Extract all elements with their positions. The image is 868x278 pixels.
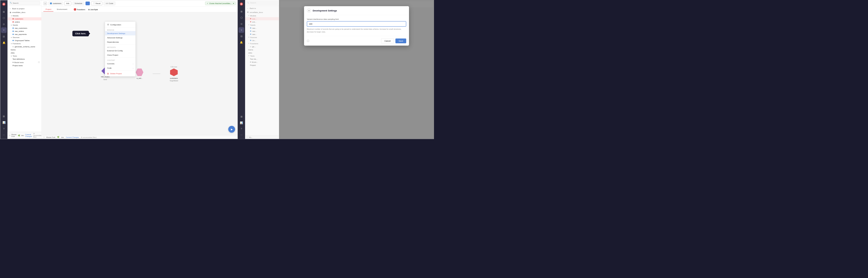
modal-body: Variant interference data sampling limit…	[304, 15, 409, 36]
generate-schema-item[interactable]: fx generate_schema_name	[8, 45, 42, 48]
target-shape	[170, 68, 178, 76]
info-tab[interactable]: Info	[64, 2, 71, 5]
right-help-icon[interactable]: ?	[239, 126, 244, 132]
test-definitions-item[interactable]: Test definitions	[8, 57, 42, 61]
seeds-group[interactable]: ▼ Seeds	[8, 24, 42, 27]
right-tag-icon[interactable]: ⬡	[239, 15, 244, 20]
dropdown-menu: ⚙ Configuration Manage Development Setti…	[105, 22, 136, 77]
canvas-area: raw_orders Seed e_ord... 0.3n runs custo…	[42, 12, 238, 135]
joinsplit-btn[interactable]: Join/Split	[90, 8, 97, 10]
external-git-item[interactable]: External Git Config	[105, 49, 135, 53]
aggregate-shape	[136, 68, 144, 76]
right-branch-icon[interactable]: ⑂	[239, 27, 244, 33]
models-group[interactable]: ▼ Models	[8, 14, 42, 17]
project-view-tab[interactable]: Project	[43, 7, 54, 11]
sidebar-grid-icon[interactable]: ⊞	[1, 9, 7, 15]
sidebar-table-icon[interactable]: ⊞	[1, 113, 7, 119]
right-chart-icon[interactable]: 📊	[239, 120, 244, 126]
sidebar-puzzle-icon[interactable]: ⊟	[1, 34, 7, 39]
ungrouped-tables-item[interactable]: Ungrouped Tables	[8, 39, 42, 42]
aggregate-node[interactable]: e_ord...	[136, 68, 144, 79]
transform-btn[interactable]: Transform	[77, 8, 85, 10]
content-label: Content	[105, 58, 135, 61]
left-panel: ⊞ ⬡ ⊙ ⑂ ⊟ 🔔 ⊞ 📊 ? ··· Back to project ❄ …	[0, 0, 238, 139]
sidebar-branch-icon[interactable]: ⑂	[1, 28, 7, 33]
schedule-tab[interactable]: Schedule	[72, 2, 84, 5]
right-grid-icon[interactable]: ⊞	[239, 9, 244, 14]
model-tests-group[interactable]: ▶ Model tests ⓘ	[8, 61, 42, 64]
search-bar	[8, 0, 42, 6]
metadata-label: Metadata	[105, 46, 135, 49]
customers-item[interactable]: customers	[8, 17, 42, 20]
svg-point-2	[3, 4, 4, 5]
code-item[interactable]: Code ›	[105, 66, 135, 70]
left-sidebar: ⊞ ⬡ ⊙ ⑂ ⊟ 🔔 ⊞ 📊 ? ···	[0, 0, 8, 139]
commit-changes-btn[interactable]: Commit Changes	[66, 136, 79, 138]
delete-project-item[interactable]: 🗑 Delete Project	[105, 72, 135, 76]
environment-view-tab[interactable]: Environment	[55, 7, 69, 11]
project-tests-item[interactable]: Project tests	[8, 64, 42, 67]
tree-content: Back to project ❄ snowflake_docs ▼ Model…	[8, 6, 42, 132]
sidebar-clock-icon[interactable]: ⊙	[1, 21, 7, 27]
right-panel: ⊞ ⬡ ⊙ ⑂ ⊟ 🔔 ⊞ 📊 ? ··· Back to ❄ snowflak…	[238, 0, 434, 139]
right-more-icon[interactable]: ···	[239, 132, 244, 138]
raw-customers-item[interactable]: raw_customers	[8, 27, 42, 30]
code-tab[interactable]: </> Code	[104, 2, 116, 5]
cancel-button[interactable]: Cancel	[381, 38, 394, 44]
top-bar: ‹‹ customers Info Schedule ··· ♡ Visual …	[42, 0, 238, 7]
modal-close-btn[interactable]: ×	[307, 8, 311, 13]
right-logo-icon	[239, 1, 244, 7]
run-button[interactable]: ▶	[228, 126, 235, 133]
raw-orders-item[interactable]: raw_orders	[8, 30, 42, 33]
project-badge: customers	[49, 2, 63, 5]
modal-info-icon: ⓘ	[307, 39, 309, 43]
right-main: × Development Settings Variant interfere…	[279, 0, 434, 139]
dev-status-icon: 🌿	[57, 136, 59, 138]
right-sidebar: ⊞ ⬡ ⊙ ⑂ ⊟ 🔔 ⊞ 📊 ? ···	[238, 0, 245, 139]
right-puzzle-icon[interactable]: ⊟	[239, 33, 244, 39]
search-input[interactable]	[9, 1, 40, 5]
sidebar-chart-icon[interactable]: 📊	[1, 120, 7, 125]
gems-item[interactable]: Gems	[8, 48, 42, 51]
right-table-icon[interactable]: ⊞	[239, 114, 244, 119]
commits-item[interactable]: Commits ›	[105, 61, 135, 66]
svg-point-5	[241, 4, 242, 5]
advanced-settings-item[interactable]: Advanced Settings	[105, 35, 135, 40]
raw-payments-item[interactable]: raw_payments	[8, 33, 42, 36]
nav-arrows: ‹‹	[43, 2, 47, 5]
view-bar: Project Environment Transform ⧉ Join/Spl…	[42, 7, 238, 12]
right-clock-icon[interactable]: ⊙	[239, 21, 244, 27]
orders-item[interactable]: orders	[8, 20, 42, 24]
sidebar-more-icon[interactable]: ···	[1, 132, 7, 138]
development-settings-item[interactable]: Development Settings	[105, 31, 135, 35]
sidebar-tag-icon[interactable]: ⬡	[1, 15, 7, 21]
jobs-item[interactable]: Jobs	[8, 51, 42, 54]
manage-label: Manage	[105, 28, 135, 31]
nav-back-btn[interactable]: ‹‹	[43, 2, 47, 5]
project-name: ❄ snowflake_docs	[8, 10, 42, 14]
tests-group[interactable]: ▼ Tests	[8, 54, 42, 57]
main-content: ‹‹ customers Info Schedule ··· ♡ Visual …	[42, 0, 238, 139]
status-bar: ⑂ Master Fork 🌿 dev Commit Changes (6 un…	[42, 135, 238, 139]
right-bell-icon[interactable]: 🔔	[239, 39, 244, 45]
dev-icon: 🌿	[18, 135, 20, 137]
chevron-down-icon: ▾	[233, 2, 234, 5]
logo-icon	[1, 2, 7, 7]
clone-project-item[interactable]: Clone Project	[105, 53, 135, 57]
branch-status-icon: ⑂	[43, 136, 45, 138]
modal-overlay: × Development Settings Variant interfere…	[279, 0, 434, 139]
target-node[interactable]: 0.3n runs customers TargetModel	[170, 66, 178, 82]
save-button[interactable]: Save	[395, 39, 406, 44]
visual-tab[interactable]: ♡ Visual	[91, 2, 102, 5]
sidebar-bell-icon[interactable]: 🔔	[1, 40, 7, 46]
back-to-project-link[interactable]: Back to project	[8, 6, 42, 10]
sidebar-help-icon[interactable]: ?	[1, 126, 7, 132]
sources-group[interactable]: ▼ Sources	[8, 36, 42, 39]
branch-icon: ⑂	[9, 135, 10, 136]
dependencies-item[interactable]: Dependencies	[105, 40, 135, 44]
more-tab[interactable]: ···	[86, 2, 90, 5]
modal-footer: ⓘ Cancel Save	[304, 36, 409, 46]
sampling-limit-input[interactable]	[307, 21, 406, 27]
functions-group[interactable]: ▼ Functions	[8, 42, 42, 45]
configuration-item[interactable]: ⚙ Configuration	[105, 22, 135, 27]
